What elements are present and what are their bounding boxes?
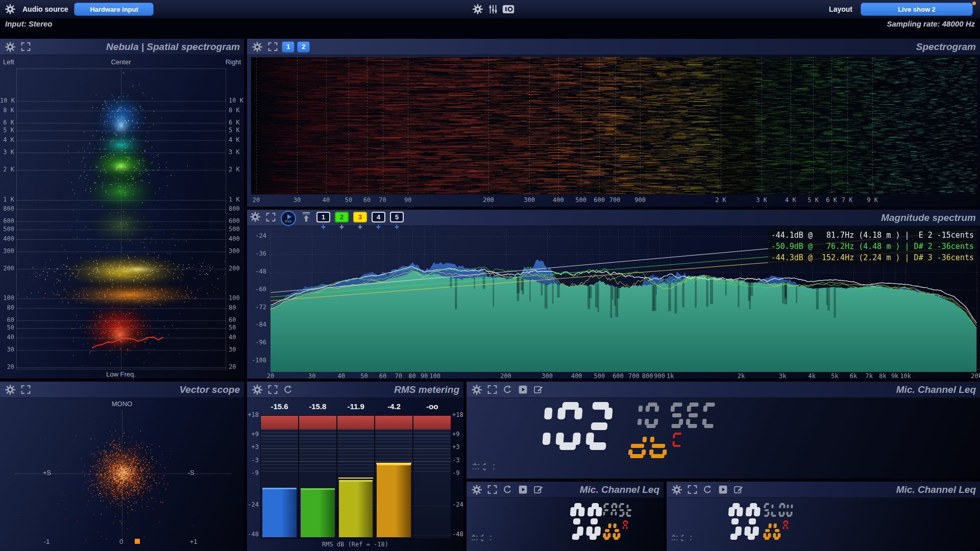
meter-bar [262, 488, 297, 537]
add-curve-button[interactable]: + [358, 223, 362, 231]
freq-tick-label: 6 K [826, 196, 837, 204]
meter-scale-label: +3 [247, 443, 259, 450]
nebula-gridline [16, 131, 226, 131]
meter-scale-label: -3 [247, 457, 259, 464]
slot-button-4[interactable]: 4 [372, 212, 385, 222]
nebula-gridline [16, 170, 226, 170]
meter-scale-label: -48 [452, 531, 463, 538]
freq-tick-label: 100 [229, 294, 240, 302]
freq-tick-label: 600 [612, 372, 624, 380]
gear-icon[interactable] [671, 484, 683, 496]
spectrogram-canvas[interactable] [251, 57, 977, 194]
freq-tick-label: 80 [0, 304, 14, 311]
freq-tick-label: 60 [363, 196, 371, 204]
layout-label: Layout [829, 5, 852, 13]
spectrum-slot-2: 2+ [335, 212, 349, 231]
gear-icon[interactable] [4, 41, 16, 53]
add-curve-button[interactable]: + [395, 223, 399, 231]
expand-icon[interactable] [19, 384, 32, 396]
expand-icon[interactable] [686, 484, 698, 496]
freq-tick-label: 300 [0, 247, 14, 255]
rms-value: -4.2 [375, 402, 413, 411]
play-icon[interactable] [717, 484, 729, 496]
sliders-icon[interactable] [487, 3, 499, 15]
reset-icon[interactable] [501, 384, 513, 396]
edit-icon[interactable] [532, 484, 544, 496]
freq-tick-label: 1 K [229, 196, 240, 203]
rms-footer: RMS dB (Ref = -18) [247, 541, 463, 548]
freq-tick-label: 50 [0, 324, 14, 331]
freq-tick-label: 8 K [229, 107, 240, 114]
freq-tick-label: 400 [553, 196, 564, 204]
freq-tick-label: 500 [575, 196, 586, 204]
slot-button-5[interactable]: 5 [390, 212, 404, 222]
freq-tick-label: 600 [594, 196, 605, 204]
io-icon[interactable] [502, 3, 514, 15]
hardware-input-button[interactable]: Hardware input [74, 3, 154, 16]
add-curve-button[interactable]: + [339, 223, 344, 231]
expand-icon[interactable] [19, 41, 32, 53]
edit-icon[interactable] [532, 384, 544, 396]
add-curve-button[interactable]: + [376, 223, 381, 231]
edit-icon[interactable] [732, 484, 744, 496]
nebula-gridline [16, 200, 226, 201]
audio-source-group: Audio source Hardware input [4, 0, 154, 18]
gear-icon[interactable] [251, 41, 263, 53]
arrowtop-icon[interactable] [300, 211, 312, 223]
freq-tick-label: 400 [571, 372, 582, 380]
nebula-gridline [16, 367, 226, 368]
reset-icon[interactable] [701, 484, 714, 496]
view-button-2[interactable]: 2 [297, 41, 310, 53]
expand-icon[interactable] [266, 384, 279, 396]
gear-icon[interactable] [4, 384, 16, 396]
meter-bar [377, 464, 411, 537]
balance-marker[interactable] [135, 539, 140, 544]
sampling-rate-label: Sampling rate: 48000 Hz [887, 19, 975, 32]
freq-tick-label: 2 K [715, 196, 726, 204]
freq-tick-label: 20 [0, 363, 14, 370]
gear-icon[interactable] [251, 384, 263, 396]
nebula-canvas[interactable] [16, 68, 226, 369]
meter-scale-label: -48 [247, 531, 259, 538]
freq-tick-label: 300 [542, 372, 553, 380]
nebula-gridline [16, 111, 226, 111]
freq-tick-label: 200 [500, 372, 511, 380]
gear-icon[interactable] [471, 484, 483, 496]
slot-button-2[interactable]: 2 [335, 212, 349, 222]
play-icon[interactable] [517, 484, 529, 496]
pan-left-label: -1 [44, 538, 50, 545]
live-show-button[interactable]: Live show 2 [861, 3, 973, 16]
view-button-1[interactable]: 1 [282, 41, 295, 53]
leq-value-display [568, 503, 605, 540]
nebula-gridline [16, 239, 226, 240]
panel-title: Mic. Channel Leq [896, 484, 976, 495]
slot-button-3[interactable]: 3 [353, 212, 367, 222]
freq-tick-label: 70 [379, 196, 386, 204]
freq-tick-label: 3 K [229, 148, 240, 156]
leq-weighting-display [782, 520, 789, 530]
gear-icon[interactable] [471, 384, 483, 396]
freq-tick-label: 40 [229, 334, 236, 341]
freq-tick-label: 80 [408, 372, 415, 380]
expand-icon[interactable] [486, 384, 498, 396]
gear-icon[interactable] [249, 211, 261, 223]
live-button[interactable]: live [281, 211, 296, 226]
expand-icon[interactable] [264, 211, 277, 223]
gear-icon[interactable] [4, 3, 16, 15]
freq-tick-label: 8k [879, 372, 886, 380]
top-bar: Audio source Hardware input Layout Live … [0, 0, 980, 18]
freq-tick-label: 30 [229, 346, 236, 353]
expand-icon[interactable] [486, 484, 498, 496]
nebula-gridline [16, 101, 226, 102]
reset-icon[interactable] [282, 384, 294, 396]
add-curve-button[interactable]: + [321, 223, 326, 231]
panel-title: RMS metering [394, 384, 459, 395]
play-icon[interactable] [517, 384, 529, 396]
slot-button-1[interactable]: 1 [316, 212, 330, 222]
reset-icon[interactable] [501, 484, 513, 496]
expand-icon[interactable] [266, 41, 279, 53]
freq-tick-label: 600 [229, 217, 240, 224]
meter-scale-label: -9 [247, 469, 259, 477]
freq-tick-label: 7 K [842, 196, 853, 204]
gear-icon[interactable] [472, 3, 484, 15]
